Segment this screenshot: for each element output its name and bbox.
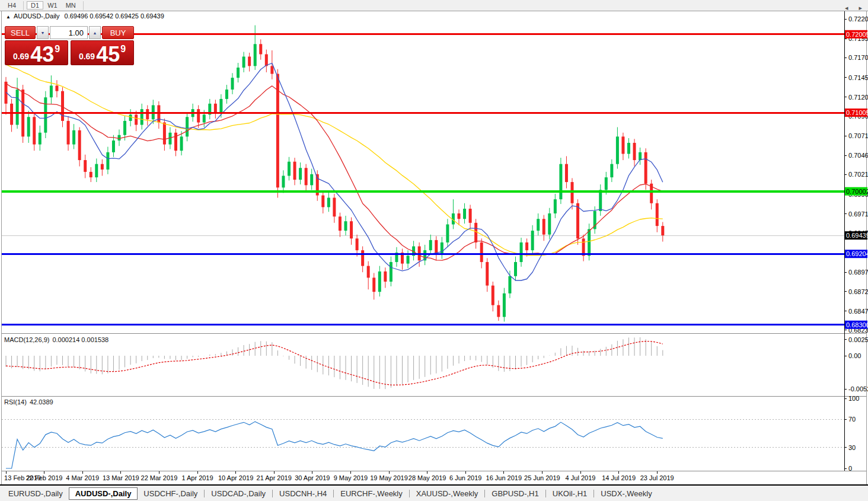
tab-usdcad-daily[interactable]: USDCAD-,Daily (205, 487, 272, 500)
svg-text:0.00: 0.00 (848, 352, 861, 359)
svg-text:70: 70 (848, 416, 856, 423)
buy-price-base: 0.69 (79, 52, 95, 61)
sell-price-pips: 43 (30, 46, 54, 63)
svg-text:0.70215: 0.70215 (848, 171, 868, 178)
svg-text:6 Jun 2019: 6 Jun 2019 (449, 474, 481, 481)
rsi-indicator-label: RSI(14)42.0389 (4, 398, 53, 406)
one-click-trading-widget: SELL ▼ 1.00 ▲ BUY 0.69 43 9 0.69 45 9 (5, 26, 134, 65)
tab-separator (593, 490, 594, 497)
tab-usdcnh-h4[interactable]: USDCNH-,H4 (273, 487, 333, 500)
timeframe-toolbar: H4D1W1MN (0, 0, 868, 11)
svg-text:30 Apr 2019: 30 Apr 2019 (295, 474, 330, 481)
svg-text:19 May 2019: 19 May 2019 (370, 474, 408, 481)
tab-separator (545, 490, 546, 497)
tab-xauusd-weekly[interactable]: XAUUSD-,Weekly (410, 487, 484, 500)
tab-audusd-daily[interactable]: AUDUSD-,Daily (69, 487, 138, 500)
buy-price-point: 9 (120, 44, 126, 55)
svg-text:0.69439: 0.69439 (846, 232, 868, 239)
svg-text:13 Mar 2019: 13 Mar 2019 (103, 474, 139, 481)
timeframe-button-h4[interactable]: H4 (4, 1, 20, 9)
svg-text:0.69204: 0.69204 (846, 250, 868, 257)
price-chart-canvas[interactable]: 0.722000.719500.717050.714550.712050.709… (0, 0, 868, 501)
chevron-down-icon: ▼ (41, 31, 45, 35)
volume-increase-button[interactable]: ▲ (89, 26, 101, 39)
tab-usdx-weekly[interactable]: USDX-,Weekly (595, 487, 658, 500)
timeframe-button-mn[interactable]: MN (62, 1, 80, 9)
chart-tab-bar: EURUSD-,DailyAUDUSD-,DailyUSDCHF-,DailyU… (0, 486, 868, 501)
svg-text:0.002522: 0.002522 (848, 336, 868, 343)
tab-separator (409, 490, 410, 497)
svg-text:23 Jul 2019: 23 Jul 2019 (640, 474, 674, 481)
svg-text:0.71705: 0.71705 (848, 54, 868, 61)
sell-button[interactable]: SELL (5, 26, 36, 39)
buy-button[interactable]: BUY (102, 26, 134, 39)
scroll-right-icon[interactable]: ▸ (859, 4, 862, 12)
toolbar-separator (83, 1, 84, 10)
svg-text:28 May 2019: 28 May 2019 (409, 474, 446, 481)
buy-price-pips: 45 (96, 46, 120, 63)
svg-text:22 Mar 2019: 22 Mar 2019 (141, 474, 178, 481)
svg-text:0.70460: 0.70460 (848, 152, 868, 159)
collapse-triangle-icon[interactable]: ▲ (6, 14, 11, 20)
svg-text:0.69715: 0.69715 (848, 210, 868, 218)
sell-price-point: 9 (55, 44, 60, 55)
volume-decrease-button[interactable]: ▼ (37, 26, 49, 39)
timeframe-buttons: H4D1W1MN (4, 1, 87, 10)
timeframe-button-w1[interactable]: W1 (43, 1, 62, 9)
tab-separator (333, 490, 334, 497)
rsi-name: RSI(14) (4, 398, 27, 406)
rsi-value: 42.0389 (30, 398, 53, 406)
tab-separator (204, 490, 205, 497)
svg-text:0.70710: 0.70710 (848, 132, 868, 139)
trade-price-tiles: 0.69 43 9 0.69 45 9 (5, 40, 134, 65)
trade-order-row: SELL ▼ 1.00 ▲ BUY (5, 26, 134, 39)
svg-text:0.68970: 0.68970 (848, 269, 868, 276)
svg-text:1 Apr 2019: 1 Apr 2019 (181, 474, 213, 481)
chart-title: ▲AUDUSD-,Daily0.69496 0.69542 0.69425 0.… (6, 12, 164, 20)
sell-price-tile[interactable]: 0.69 43 9 (5, 40, 68, 65)
ohlc-values: 0.69496 0.69542 0.69425 0.69439 (65, 12, 164, 20)
svg-text:0.68300: 0.68300 (846, 321, 868, 328)
svg-text:0.68725: 0.68725 (848, 288, 868, 295)
svg-text:10 Apr 2019: 10 Apr 2019 (218, 474, 253, 481)
buy-price-tile[interactable]: 0.69 45 9 (71, 40, 134, 65)
svg-text:100: 100 (848, 395, 859, 402)
symbol-period-label: AUDUSD-,Daily (14, 12, 60, 20)
svg-text:21 Apr 2019: 21 Apr 2019 (257, 474, 292, 481)
svg-text:9 May 2019: 9 May 2019 (334, 474, 368, 481)
macd-name: MACD(12,26,9) (4, 336, 49, 343)
tab-eurusd-daily[interactable]: EURUSD-,Daily (2, 487, 69, 500)
svg-text:0.72005: 0.72005 (846, 31, 868, 38)
tab-separator (484, 490, 485, 497)
svg-text:0.71205: 0.71205 (848, 94, 868, 101)
volume-input[interactable]: 1.00 (50, 26, 88, 39)
chevron-up-icon: ▲ (93, 31, 97, 35)
svg-text:0: 0 (848, 465, 852, 472)
toolbar-separator (23, 1, 24, 10)
svg-text:4 Mar 2019: 4 Mar 2019 (66, 474, 99, 481)
svg-text:25 Jun 2019: 25 Jun 2019 (524, 474, 560, 481)
macd-values: 0.000214 0.001538 (52, 336, 108, 343)
svg-text:22 Feb 2019: 22 Feb 2019 (26, 474, 63, 481)
svg-text:0.71005: 0.71005 (846, 109, 868, 116)
svg-text:0.68475: 0.68475 (848, 308, 868, 315)
tab-usdchf-daily[interactable]: USDCHF-,Daily (138, 487, 203, 500)
svg-text:-0.005234: -0.005234 (848, 385, 868, 392)
tab-eurchf-weekly[interactable]: EURCHF-,Weekly (334, 487, 409, 500)
tab-scroll-arrows: ◂ ▸ (845, 4, 862, 12)
scroll-left-icon[interactable]: ◂ (845, 4, 848, 12)
svg-text:4 Jul 2019: 4 Jul 2019 (566, 474, 596, 481)
svg-text:0.70002: 0.70002 (846, 188, 868, 195)
svg-text:16 Jun 2019: 16 Jun 2019 (486, 474, 522, 481)
tab-gbpusd-h1[interactable]: GBPUSD-,H1 (486, 487, 544, 500)
tab-separator (272, 490, 273, 497)
sell-price-base: 0.69 (13, 52, 29, 61)
macd-indicator-label: MACD(12,26,9)0.000214 0.001538 (4, 336, 108, 343)
tab-ukoil-h1[interactable]: UKOil-,H1 (547, 487, 593, 500)
svg-text:14 Jul 2019: 14 Jul 2019 (602, 474, 636, 481)
svg-text:30: 30 (848, 444, 856, 451)
svg-text:0.72200: 0.72200 (848, 15, 868, 23)
svg-text:0.71455: 0.71455 (848, 74, 868, 81)
timeframe-button-d1[interactable]: D1 (27, 1, 43, 9)
chart-tabs: EURUSD-,DailyAUDUSD-,DailyUSDCHF-,DailyU… (2, 487, 658, 500)
